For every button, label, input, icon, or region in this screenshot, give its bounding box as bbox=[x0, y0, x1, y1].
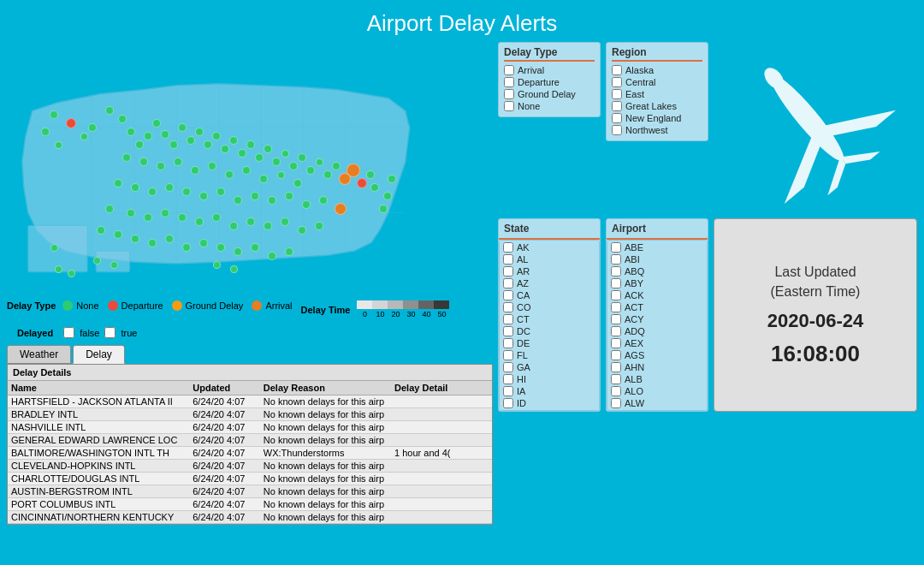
cell-reason: WX:Thunderstorms bbox=[260, 447, 391, 460]
page-title: Airport Delay Alerts bbox=[0, 0, 924, 42]
delay-type-checkbox[interactable] bbox=[504, 89, 514, 99]
region-checkbox[interactable] bbox=[612, 125, 622, 135]
airport-item-label: ABQ bbox=[625, 266, 644, 277]
airport-item: ALW bbox=[611, 398, 703, 408]
airport-checkbox[interactable] bbox=[611, 410, 621, 411]
cell-name: CINCINNATI/NORTHERN KENTUCKY bbox=[8, 511, 189, 524]
airport-checkbox[interactable] bbox=[611, 338, 621, 348]
airport-item-label: ABY bbox=[625, 278, 643, 288]
departure-label: Departure bbox=[121, 300, 163, 311]
airport-item-label: ALB bbox=[625, 374, 643, 384]
airport-checkbox[interactable] bbox=[611, 350, 621, 360]
weather-tab[interactable]: Weather bbox=[7, 345, 71, 364]
airport-checkbox[interactable] bbox=[611, 314, 621, 324]
airport-checkbox[interactable] bbox=[611, 398, 621, 408]
state-checkbox[interactable] bbox=[503, 314, 513, 324]
state-item-label: AR bbox=[517, 266, 530, 277]
state-checkbox[interactable] bbox=[503, 326, 513, 336]
state-checkbox[interactable] bbox=[503, 242, 513, 253]
cell-reason: No known delays for this airp bbox=[260, 498, 391, 511]
airport-checkbox[interactable] bbox=[611, 242, 621, 253]
delayed-false-checkbox[interactable] bbox=[63, 327, 74, 338]
delayed-true-label: true bbox=[121, 328, 137, 338]
delayed-false-label: false bbox=[80, 328, 99, 338]
state-checkbox[interactable] bbox=[503, 362, 513, 372]
state-checkbox[interactable] bbox=[503, 302, 513, 312]
airport-item-label: AEX bbox=[625, 338, 643, 348]
state-item-label: IL bbox=[517, 410, 524, 411]
cell-reason: No known delays for this airp bbox=[260, 408, 391, 421]
state-checkbox[interactable] bbox=[503, 278, 513, 288]
cell-updated: 6/24/20 4:07 bbox=[189, 498, 260, 511]
airport-checkbox[interactable] bbox=[611, 386, 621, 396]
cell-reason: No known delays for this airp bbox=[260, 460, 391, 473]
airport-checkbox[interactable] bbox=[611, 254, 621, 265]
state-checkbox[interactable] bbox=[503, 398, 513, 408]
state-checkbox[interactable] bbox=[503, 254, 513, 265]
state-checkbox[interactable] bbox=[503, 386, 513, 396]
delay-type-item: Ground Delay bbox=[504, 89, 595, 99]
cell-name: BALTIMORE/WASHINGTON INTL TH bbox=[8, 447, 189, 460]
state-checkbox[interactable] bbox=[503, 374, 513, 384]
airport-filter-title: Airport bbox=[607, 219, 708, 240]
region-checkbox[interactable] bbox=[612, 89, 622, 99]
region-item-label: Great Lakes bbox=[625, 101, 677, 111]
cell-detail bbox=[391, 434, 492, 447]
state-filter: State AKALARAZCACOCTDCDEFLGAHIIAIDILINKS… bbox=[498, 218, 601, 412]
state-checkbox[interactable] bbox=[503, 350, 513, 360]
table-row: CHARLOTTE/DOUGLAS INTL6/24/20 4:07No kno… bbox=[8, 473, 492, 485]
state-item: CA bbox=[503, 290, 595, 300]
delay-time-title: Delay Time bbox=[301, 305, 351, 315]
region-checkbox[interactable] bbox=[612, 113, 622, 123]
region-checkbox[interactable] bbox=[612, 77, 622, 87]
airport-checkbox[interactable] bbox=[611, 362, 621, 372]
cell-detail bbox=[391, 485, 492, 498]
state-item-label: HI bbox=[517, 374, 526, 384]
region-item-label: East bbox=[625, 89, 644, 99]
airport-checkbox[interactable] bbox=[611, 326, 621, 336]
region-checkbox[interactable] bbox=[612, 65, 622, 75]
svg-rect-11 bbox=[28, 225, 87, 272]
airport-checkbox[interactable] bbox=[611, 266, 621, 277]
table-row: BRADLEY INTL6/24/20 4:07No known delays … bbox=[8, 408, 492, 421]
airport-checkbox[interactable] bbox=[611, 278, 621, 288]
airport-checkbox[interactable] bbox=[611, 302, 621, 312]
state-checkbox[interactable] bbox=[503, 290, 513, 300]
col-header-updated: Updated bbox=[189, 381, 260, 396]
delayed-legend-title: Delayed bbox=[17, 328, 53, 338]
cell-updated: 6/24/20 4:07 bbox=[189, 485, 260, 498]
cell-detail bbox=[391, 511, 492, 524]
delay-tab[interactable]: Delay bbox=[73, 345, 125, 364]
delay-details-header: Delay Details bbox=[8, 365, 492, 381]
state-checkbox[interactable] bbox=[503, 410, 513, 411]
state-items[interactable]: AKALARAZCACOCTDCDEFLGAHIIAIDILINKSKYLAMA… bbox=[499, 240, 600, 411]
cell-name: CHARLOTTE/DOUGLAS INTL bbox=[8, 473, 189, 485]
delay-type-checkbox[interactable] bbox=[504, 101, 514, 111]
airport-item: ADQ bbox=[611, 326, 703, 336]
airport-item: AGS bbox=[611, 350, 703, 360]
airport-checkbox[interactable] bbox=[611, 374, 621, 384]
delay-type-checkbox[interactable] bbox=[504, 77, 514, 87]
region-item: Alaska bbox=[612, 65, 702, 75]
table-area: Delay Details Name Updated Delay Reason … bbox=[7, 364, 493, 525]
delay-type-checkbox[interactable] bbox=[504, 65, 514, 75]
region-checkbox[interactable] bbox=[612, 101, 622, 111]
state-item: DE bbox=[503, 338, 595, 348]
delayed-true-checkbox[interactable] bbox=[104, 327, 116, 338]
state-item: CO bbox=[503, 302, 595, 312]
delay-type-item: Arrival bbox=[504, 65, 595, 75]
cell-name: HARTSFIELD - JACKSON ATLANTA II bbox=[8, 396, 189, 408]
delay-time-section: Delay Time 01020304050 bbox=[301, 300, 450, 318]
airplane-container bbox=[714, 42, 917, 213]
airport-item: ACK bbox=[611, 290, 703, 300]
airport-checkbox[interactable] bbox=[611, 290, 621, 300]
table-row: HARTSFIELD - JACKSON ATLANTA II6/24/20 4… bbox=[8, 396, 492, 408]
delay-type-item-label: Ground Delay bbox=[518, 89, 576, 99]
state-item-label: AL bbox=[517, 254, 528, 265]
state-checkbox[interactable] bbox=[503, 338, 513, 348]
state-checkbox[interactable] bbox=[503, 266, 513, 277]
airport-items[interactable]: ABEABIABQABYACKACTACYADQAEXAGSAHNALBALOA… bbox=[607, 240, 708, 411]
airport-item-label: ALW bbox=[625, 398, 644, 408]
airport-item: ABE bbox=[611, 242, 703, 253]
state-item: CT bbox=[503, 314, 595, 324]
